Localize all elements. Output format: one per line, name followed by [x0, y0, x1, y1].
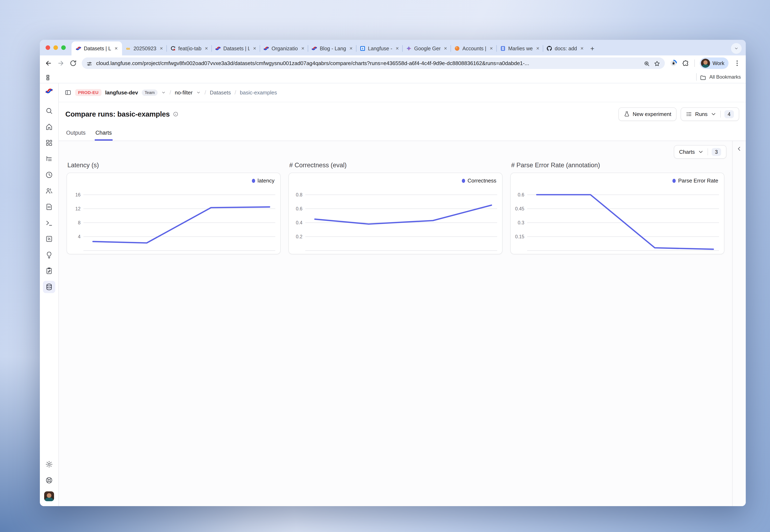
tab-title: Marlies we	[508, 46, 533, 52]
dashboard-icon[interactable]	[43, 137, 55, 149]
new-tab-button[interactable]: +	[587, 43, 598, 54]
chart-correctness: # Correctness (eval) 0.80.60.40.2 Correc…	[289, 162, 502, 254]
browser-tab[interactable]: Organizatio ✕	[260, 41, 308, 55]
tab-title: Google Ger	[414, 46, 440, 52]
git-failed-check-icon	[170, 46, 176, 51]
scores-percent-icon[interactable]	[43, 233, 55, 245]
annotation-clipboard-icon[interactable]	[43, 265, 55, 277]
browser-tab[interactable]: Google Ger ✕	[403, 41, 450, 55]
browser-tab[interactable]: Datasets | L ✕	[212, 41, 260, 55]
tab-title: Datasets | L	[84, 46, 111, 52]
browser-tab[interactable]: docs: add ✕	[543, 41, 587, 55]
browser-tab[interactable]: ∞ 20250923 ✕	[122, 41, 166, 55]
insights-lightbulb-icon[interactable]	[43, 249, 55, 261]
browser-tab[interactable]: 6 Langfuse - ✕	[356, 41, 402, 55]
sidebar-toggle-icon[interactable]	[64, 89, 71, 96]
close-tab-icon[interactable]: ✕	[395, 46, 399, 51]
browser-tab[interactable]: Datasets | L ✕	[71, 41, 122, 55]
tab-title: Datasets | L	[223, 46, 250, 52]
svg-text:16: 16	[75, 192, 80, 197]
back-icon[interactable]	[45, 60, 52, 67]
forward-icon[interactable]	[57, 60, 64, 67]
runs-selector-button[interactable]: Runs 4	[681, 107, 739, 121]
all-bookmarks-label: All Bookmarks	[709, 74, 741, 80]
svg-text:0.4: 0.4	[296, 220, 302, 225]
langfuse-logo-icon[interactable]	[45, 87, 53, 96]
close-window-button[interactable]	[46, 45, 50, 50]
chevron-down-icon[interactable]	[161, 90, 166, 95]
chart-title: # Parse Error Rate (annotation)	[511, 162, 724, 169]
close-tab-icon[interactable]: ✕	[349, 46, 353, 51]
users-icon[interactable]	[43, 185, 55, 197]
langfuse-app: PROD-EU langfuse-dev Team / no-filter / …	[40, 83, 746, 506]
browser-profile-chip[interactable]: Work	[700, 57, 729, 69]
tab-charts[interactable]: Charts	[95, 126, 113, 141]
site-settings-icon[interactable]	[86, 60, 92, 66]
user-avatar[interactable]	[44, 491, 54, 501]
browser-tab[interactable]: Marlies we ✕	[497, 41, 543, 55]
project-name[interactable]: no-filter	[175, 89, 193, 96]
legend-label: Parse Error Rate	[678, 178, 718, 184]
close-tab-icon[interactable]: ✕	[444, 46, 447, 51]
close-tab-icon[interactable]: ✕	[489, 46, 493, 51]
datasets-database-icon[interactable]	[43, 281, 55, 293]
bookmark-star-icon[interactable]	[654, 60, 660, 67]
langfuse-icon	[263, 46, 269, 51]
tab-title: Langfuse -	[368, 46, 392, 52]
zoom-in-icon[interactable]	[644, 60, 650, 67]
search-icon[interactable]	[43, 105, 55, 117]
charts-selector-button[interactable]: Charts 3	[674, 145, 726, 159]
svg-text:0.45: 0.45	[515, 206, 524, 211]
svg-text:0.6: 0.6	[518, 192, 524, 197]
settings-gear-icon[interactable]	[43, 458, 55, 470]
close-tab-icon[interactable]: ✕	[580, 46, 584, 51]
langfuse-icon	[312, 46, 317, 51]
env-badge: PROD-EU	[75, 89, 101, 96]
home-icon[interactable]	[43, 121, 55, 133]
browser-tab[interactable]: feat(io-tab ✕	[167, 41, 212, 55]
close-tab-icon[interactable]: ✕	[159, 46, 163, 51]
url-bar[interactable]: cloud.langfuse.com/project/cmfwgv8fx002o…	[82, 57, 665, 69]
support-lifebuoy-icon[interactable]	[43, 474, 55, 486]
close-tab-icon[interactable]: ✕	[301, 46, 305, 51]
new-experiment-button[interactable]: New experiment	[619, 107, 677, 121]
tab-search-button[interactable]	[731, 43, 742, 54]
github-icon	[546, 46, 552, 51]
playground-terminal-icon[interactable]	[43, 217, 55, 229]
tab-outputs[interactable]: Outputs	[65, 126, 86, 141]
svg-text:0.6: 0.6	[296, 206, 302, 211]
org-name[interactable]: langfuse-dev	[105, 89, 138, 96]
close-tab-icon[interactable]: ✕	[114, 46, 118, 51]
tab-title: docs: add	[555, 46, 577, 52]
browser-tab[interactable]: Blog - Lang ✕	[308, 41, 356, 55]
chevron-down-icon[interactable]	[196, 90, 201, 95]
gemini-icon	[406, 46, 412, 51]
sessions-clock-icon[interactable]	[43, 169, 55, 181]
apps-grid-icon[interactable]	[45, 74, 51, 80]
tab-title: feat(io-tab	[178, 46, 202, 52]
page-header: Compare runs: basic-examples New experim…	[59, 102, 746, 126]
langfuse-icon	[76, 46, 81, 51]
info-icon[interactable]	[173, 111, 178, 117]
breadcrumb-datasets-link[interactable]: Datasets	[210, 89, 231, 96]
kebab-menu-icon[interactable]	[733, 60, 741, 67]
tracing-icon[interactable]	[43, 153, 55, 165]
svg-text:0.8: 0.8	[296, 192, 302, 197]
browser-tab[interactable]: Accounts | ✕	[451, 41, 496, 55]
collapse-panel-icon[interactable]	[736, 146, 742, 152]
zoom-window-button[interactable]	[61, 45, 66, 50]
close-tab-icon[interactable]: ✕	[253, 46, 257, 51]
legend-dot	[252, 179, 255, 183]
close-tab-icon[interactable]: ✕	[536, 46, 539, 51]
close-tab-icon[interactable]: ✕	[205, 46, 208, 51]
minimize-window-button[interactable]	[53, 45, 58, 50]
all-bookmarks[interactable]: All Bookmarks	[696, 73, 741, 81]
url-text[interactable]: cloud.langfuse.com/project/cmfwgv8fx002o…	[96, 60, 640, 67]
colab-icon: ∞	[125, 46, 131, 51]
prompts-file-icon[interactable]	[43, 201, 55, 213]
reload-icon[interactable]	[69, 60, 77, 67]
svg-text:0.3: 0.3	[518, 220, 524, 225]
extension-lock-icon[interactable]	[670, 60, 677, 67]
browser-window: Datasets | L ✕ ∞ 20250923 ✕ feat(io-tab …	[40, 40, 746, 506]
puzzle-icon[interactable]	[682, 60, 690, 67]
